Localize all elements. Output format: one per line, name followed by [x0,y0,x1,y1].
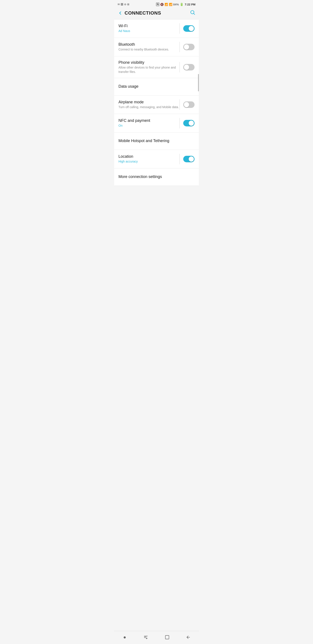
back-button[interactable] [118,10,125,16]
divider-phone-visibility [180,62,180,72]
toggle-wifi[interactable] [183,25,195,32]
toggle-phone-visibility[interactable] [183,64,195,70]
setting-title-data-usage: Data usage [118,84,195,89]
toggle-area-bluetooth [180,42,195,52]
toggle-location[interactable] [183,156,195,162]
divider-wifi [180,23,180,34]
nfc-status-icon: N [156,2,159,6]
signal-icon: 📶 [169,3,172,6]
toggle-bluetooth[interactable] [183,44,195,50]
setting-content-nfc-payment: NFC and paymentOn [118,118,180,128]
header-left: CONNECTIONS [118,10,161,16]
toggle-knob-wifi [189,26,194,31]
setting-subtitle-location: High accuracy [118,160,180,164]
divider-nfc-payment [180,118,180,128]
setting-title-more-connections: More connection settings [118,174,195,179]
header: CONNECTIONS [114,8,199,19]
setting-title-location: Location [118,154,180,159]
wifi-icon: 📶 [165,3,168,6]
setting-subtitle-bluetooth: Connect to nearby Bluetooth devices. [118,48,180,52]
divider-location [180,154,180,164]
setting-subtitle-airplane-mode: Turn off calling, messaging, and Mobile … [118,105,180,110]
setting-title-bluetooth: Bluetooth [118,42,180,47]
setting-subtitle-nfc-payment: On [118,124,180,128]
setting-title-wifi: Wi-Fi [118,24,180,28]
toggle-knob-airplane-mode [184,102,189,107]
battery-icon: 🔋 [180,2,183,6]
toggle-area-airplane-mode [180,100,195,110]
toggle-knob-bluetooth [184,44,189,50]
setting-subtitle-wifi: Ad Naus [118,29,180,33]
search-button[interactable] [190,10,195,16]
toggle-knob-nfc-payment [189,120,194,126]
toggle-knob-phone-visibility [184,64,189,70]
toggle-airplane-mode[interactable] [183,102,195,108]
setting-item-airplane-mode[interactable]: Airplane modeTurn off calling, messaging… [114,96,199,114]
mail-icon: ✉ [118,3,120,6]
image-icon: 🖼 [121,3,123,6]
setting-item-location[interactable]: LocationHigh accuracy [114,150,199,168]
setting-item-more-connections[interactable]: More connection settings [114,168,199,186]
setting-item-hotspot[interactable]: Mobile Hotspot and Tethering [114,132,199,150]
setting-content-location: LocationHigh accuracy [118,154,180,164]
time: 7:22 PM [185,3,195,6]
setting-title-airplane-mode: Airplane mode [118,100,180,104]
divider-bluetooth [180,42,180,52]
setting-title-nfc-payment: NFC and payment [118,118,180,123]
status-icons-right: N 🔇 📶 📶 84% 🔋 7:22 PM [156,2,195,6]
setting-item-nfc-payment[interactable]: NFC and paymentOn [114,114,199,132]
setting-content-hotspot: Mobile Hotspot and Tethering [118,138,195,144]
setting-item-phone-visibility[interactable]: Phone visibilityAllow other devices to f… [114,56,199,78]
divider-airplane-mode [180,100,180,110]
setting-content-bluetooth: BluetoothConnect to nearby Bluetooth dev… [118,42,180,52]
minus-circle-icon: ⊖ [124,3,126,6]
setting-content-phone-visibility: Phone visibilityAllow other devices to f… [118,60,180,74]
status-bar: ✉ 🖼 ⊖ ⊞ N 🔇 📶 📶 84% 🔋 7:22 PM [114,0,199,8]
toggle-area-wifi [180,23,195,34]
settings-list: Wi-FiAd NausBluetoothConnect to nearby B… [114,19,199,186]
setting-content-airplane-mode: Airplane modeTurn off calling, messaging… [118,100,180,110]
page-title: CONNECTIONS [125,10,161,16]
setting-content-data-usage: Data usage [118,84,195,89]
setting-item-wifi[interactable]: Wi-FiAd Naus [114,19,199,38]
status-icons-left: ✉ 🖼 ⊖ ⊞ [118,3,129,6]
setting-content-wifi: Wi-FiAd Naus [118,24,180,33]
setting-subtitle-phone-visibility: Allow other devices to find your phone a… [118,66,180,74]
setting-content-more-connections: More connection settings [118,174,195,180]
toggle-area-phone-visibility [180,62,195,72]
toggle-area-nfc-payment [180,118,195,128]
toggle-area-location [180,154,195,164]
setting-item-bluetooth[interactable]: BluetoothConnect to nearby Bluetooth dev… [114,38,199,56]
battery-percent: 84% [173,3,179,6]
toggle-knob-location [189,156,194,162]
setting-title-phone-visibility: Phone visibility [118,60,180,65]
grid-icon: ⊞ [127,3,129,6]
setting-title-hotspot: Mobile Hotspot and Tethering [118,138,195,143]
mute-icon: 🔇 [160,3,164,6]
setting-item-data-usage[interactable]: Data usage [114,78,199,96]
toggle-nfc-payment[interactable] [183,120,195,126]
scrollbar [198,74,199,92]
